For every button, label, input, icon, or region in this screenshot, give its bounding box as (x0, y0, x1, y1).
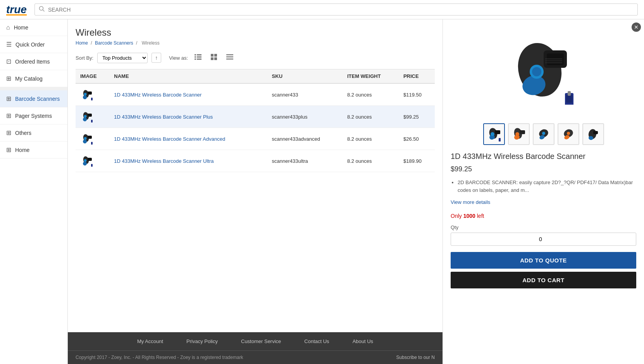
product-name-cell[interactable]: 1D 433MHz Wireless Barcode Scanner Plus (109, 106, 267, 128)
sidebar-item-others[interactable]: ⊞ Others (0, 124, 67, 141)
product-table: IMAGE NAME SKU ITEM WEIGHT PRICE (76, 69, 435, 172)
product-sku-cell: scanner433plus (267, 106, 343, 128)
add-to-cart-button[interactable]: ADD TO CART (451, 272, 636, 288)
svg-point-33 (84, 159, 87, 162)
svg-rect-9 (214, 54, 217, 57)
svg-rect-2 (195, 54, 196, 55)
svg-line-1 (43, 10, 44, 12)
svg-rect-4 (195, 57, 196, 58)
svg-rect-34 (91, 164, 93, 167)
main-layout: ⌂ Home ☰ Quick Order ⊡ Ordered Items ⊞ M… (0, 19, 644, 364)
thumbnail-4[interactable] (558, 123, 579, 145)
view-grid-button[interactable] (208, 52, 220, 64)
product-name-cell[interactable]: 1D 433MHz Wireless Barcode Scanner Ultra (109, 150, 267, 172)
product-image-cell (76, 150, 109, 172)
catalog-icon: ⊞ (6, 75, 11, 82)
side-panel-price: $99.25 (451, 165, 636, 173)
footer-my-account[interactable]: My Account (137, 338, 163, 344)
sidebar-item-label: Ordered Items (15, 59, 50, 65)
search-bar (34, 3, 638, 16)
product-img (80, 132, 94, 146)
product-name-link[interactable]: 1D 433MHz Wireless Barcode Scanner (114, 92, 201, 98)
product-svg (505, 35, 582, 105)
sidebar-item-my-catalog[interactable]: ⊞ My Catalog (0, 70, 67, 87)
svg-rect-6 (195, 59, 196, 60)
product-sku-cell: scanner433advanced (267, 128, 343, 150)
view-list-button[interactable] (192, 52, 204, 63)
svg-rect-42 (566, 95, 572, 103)
qty-label: Qty (451, 224, 636, 230)
product-name-link[interactable]: 1D 433MHz Wireless Barcode Scanner Ultra (114, 158, 214, 164)
product-price-cell: $99.25 (399, 106, 435, 128)
table-row[interactable]: 1D 433MHz Wireless Barcode Scannerscanne… (76, 83, 435, 106)
sidebar-divider (0, 87, 67, 90)
search-input[interactable] (48, 7, 634, 13)
table-row[interactable]: 1D 433MHz Wireless Barcode Scanner Advan… (76, 128, 435, 150)
thumbnail-2[interactable] (508, 123, 530, 145)
view-more-link[interactable]: View more details (451, 199, 636, 205)
others-icon: ⊞ (6, 129, 11, 136)
pager-icon: ⊞ (6, 112, 11, 119)
footer-copyright: Copyright 2017 - Zoey, Inc. - All Rights… (76, 355, 243, 360)
sidebar-item-home1[interactable]: ⌂ Home (0, 19, 67, 36)
header: true (0, 0, 644, 19)
thumbnail-5[interactable] (582, 123, 604, 145)
col-weight: ITEM WEIGHT (343, 69, 399, 84)
product-name-link[interactable]: 1D 433MHz Wireless Barcode Scanner Plus (114, 114, 213, 120)
sidebar-item-ordered-items[interactable]: ⊡ Ordered Items (0, 53, 67, 70)
qty-input[interactable] (451, 233, 636, 246)
product-image-cell (76, 128, 109, 150)
col-image: IMAGE (76, 69, 109, 84)
svg-rect-43 (568, 91, 571, 96)
svg-rect-12 (226, 54, 233, 55)
footer-privacy[interactable]: Privacy Policy (186, 338, 218, 344)
sidebar: ⌂ Home ☰ Quick Order ⊡ Ordered Items ⊞ M… (0, 19, 68, 364)
side-panel-close-button[interactable]: ✕ (632, 22, 641, 32)
sidebar-item-pager-systems[interactable]: ⊞ Pager Systems (0, 107, 67, 124)
thumbnail-3[interactable] (533, 123, 554, 145)
add-to-quote-button[interactable]: ADD TO QUOTE (451, 252, 636, 269)
home-icon: ⌂ (6, 24, 10, 31)
breadcrumb-home[interactable]: Home (76, 40, 88, 46)
svg-rect-10 (211, 57, 214, 60)
list-icon: ☰ (6, 41, 12, 48)
sort-direction-button[interactable]: ↑ (152, 53, 161, 63)
table-row[interactable]: 1D 433MHz Wireless Barcode Scanner Ultra… (76, 150, 435, 172)
stock-prefix: Only (451, 213, 463, 219)
sidebar-item-label: Barcode Scanners (15, 96, 60, 102)
product-name-link[interactable]: 1D 433MHz Wireless Barcode Scanner Advan… (114, 136, 225, 142)
stock-suffix: left (475, 213, 484, 219)
footer-customer-service[interactable]: Customer Service (241, 338, 281, 344)
product-image-cell (76, 83, 109, 106)
sidebar-item-quick-order[interactable]: ☰ Quick Order (0, 36, 67, 53)
side-panel-title: 1D 433MHz Wireless Barcode Scanner (451, 151, 636, 161)
svg-point-61 (567, 132, 570, 135)
footer-about[interactable]: About Us (353, 338, 373, 344)
thumbnail-1[interactable] (483, 123, 505, 145)
side-panel-body: 1D 433MHz Wireless Barcode Scanner $99.2… (443, 151, 644, 364)
breadcrumb-sep2: / (136, 40, 139, 46)
product-sku-cell: scanner433 (267, 83, 343, 106)
sidebar-item-barcode-scanners[interactable]: ⊞ Barcode Scanners (0, 90, 67, 107)
col-sku: SKU (267, 69, 343, 84)
sort-label: Sort By: (76, 55, 93, 61)
sort-select[interactable]: Top Products Name Price SKU (97, 53, 148, 63)
table-row[interactable]: 1D 433MHz Wireless Barcode Scanner Pluss… (76, 106, 435, 128)
view-as-label: View as: (169, 55, 188, 61)
footer-contact[interactable]: Contact Us (304, 338, 329, 344)
svg-rect-27 (88, 136, 92, 139)
description-bullet: 2D BARCODE SCANNER: easily capture 2D?_?… (458, 179, 636, 194)
logo[interactable]: true (6, 3, 27, 16)
view-condensed-button[interactable] (224, 52, 236, 63)
sidebar-item-home2[interactable]: ⊞ Home (0, 141, 67, 159)
footer-subscribe: Subscribe to our N (396, 355, 435, 360)
breadcrumb-scanners[interactable]: Barcode Scanners (95, 40, 133, 46)
home2-icon: ⊞ (6, 146, 11, 154)
svg-point-40 (532, 67, 541, 76)
footer-links: My Account Privacy Policy Customer Servi… (68, 332, 443, 351)
svg-point-28 (84, 137, 87, 140)
product-name-cell[interactable]: 1D 433MHz Wireless Barcode Scanner Advan… (109, 128, 267, 150)
product-name-cell[interactable]: 1D 433MHz Wireless Barcode Scanner (109, 83, 267, 106)
footer-bottom: Copyright 2017 - Zoey, Inc. - All Rights… (68, 351, 443, 364)
svg-point-58 (542, 132, 545, 135)
